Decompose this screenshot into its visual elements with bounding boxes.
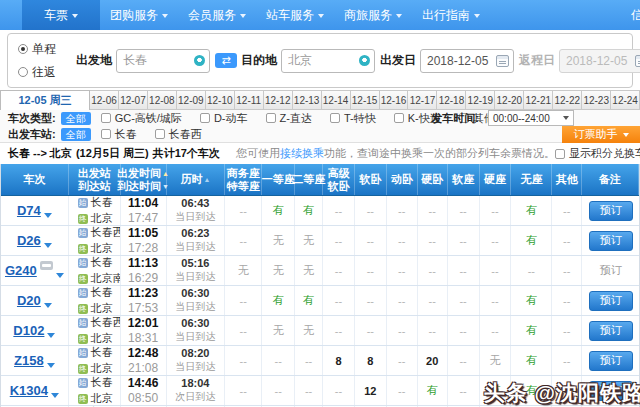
checkbox-icon[interactable]: [266, 113, 276, 123]
train-type-option[interactable]: GC-高铁/城际: [101, 111, 182, 126]
date-tab[interactable]: 12-10: [206, 90, 235, 110]
location-pin-icon[interactable]: [194, 55, 205, 66]
date-tab[interactable]: 12-13: [293, 90, 322, 110]
expand-caret-icon[interactable]: [44, 303, 52, 308]
checkbox-icon[interactable]: [555, 149, 565, 159]
book-button[interactable]: 预订: [589, 351, 633, 371]
book-button[interactable]: 预订: [589, 231, 633, 251]
train-link[interactable]: D74: [17, 203, 41, 218]
nav-item-车票[interactable]: 车票: [22, 0, 100, 30]
checkbox-icon[interactable]: [330, 113, 340, 123]
nav-item-clipped[interactable]: 信: [631, 0, 640, 30]
checkbox-icon[interactable]: [101, 129, 111, 139]
col-header-line: 出发时间▲: [117, 167, 169, 180]
train-link[interactable]: D102: [13, 323, 44, 338]
arrive-station: 终北京: [78, 331, 113, 345]
station-name: 长春西: [91, 316, 121, 330]
date-tab[interactable]: 12-11: [235, 90, 264, 110]
sort-asc-icon[interactable]: ▲: [203, 173, 210, 186]
expand-caret-icon[interactable]: [44, 213, 52, 218]
train-link[interactable]: K1304: [10, 383, 48, 398]
to-input[interactable]: 北京: [281, 49, 375, 73]
book-button[interactable]: 预订: [589, 201, 633, 221]
train-type-all-badge[interactable]: 全部: [61, 112, 91, 125]
train-type-option[interactable]: D-动车: [200, 111, 248, 126]
arrive-station: 终北京: [78, 301, 113, 315]
checkbox-icon[interactable]: [200, 113, 210, 123]
depart-station-all-badge[interactable]: 全部: [61, 128, 91, 141]
seat-cell: 有: [511, 286, 552, 315]
expand-caret-icon[interactable]: [44, 243, 52, 248]
train-type-option[interactable]: T-特快: [330, 111, 376, 126]
nav-item-商旅服务[interactable]: 商旅服务: [334, 0, 412, 30]
nav-item-出行指南[interactable]: 出行指南: [412, 0, 490, 30]
depart-station-option[interactable]: 长春西: [155, 127, 202, 142]
date-tab[interactable]: 12-23: [582, 90, 611, 110]
checkbox-icon[interactable]: [155, 129, 165, 139]
date-tab[interactable]: 12-20: [495, 90, 524, 110]
chevron-down-icon: [396, 14, 402, 18]
date-tab[interactable]: 12-07: [119, 90, 148, 110]
radio-selected-icon[interactable]: [18, 44, 28, 54]
expand-caret-icon[interactable]: [47, 363, 55, 368]
col-header-line: 历时▲: [180, 173, 210, 186]
date-tab[interactable]: 12-22: [553, 90, 582, 110]
train-cell: D20: [1, 286, 69, 315]
calendar-icon[interactable]: [496, 55, 509, 67]
date-tab[interactable]: 12-14: [322, 90, 351, 110]
transfer-link[interactable]: 接续换乘: [280, 147, 324, 159]
train-link[interactable]: G240: [5, 263, 37, 278]
date-tab[interactable]: 12-15: [351, 90, 380, 110]
radio-icon[interactable]: [18, 67, 28, 77]
checkbox-icon[interactable]: [394, 113, 404, 123]
from-input[interactable]: 长春: [116, 49, 210, 73]
nav-item-会员服务[interactable]: 会员服务: [178, 0, 256, 30]
train-link[interactable]: D26: [17, 233, 41, 248]
depart-time: 12:48: [128, 346, 159, 360]
location-pin-icon[interactable]: [359, 55, 370, 66]
depart-time-select[interactable]: 00:00--24:00: [488, 110, 574, 126]
date-tab[interactable]: 12-12: [264, 90, 293, 110]
expand-caret-icon[interactable]: [56, 273, 64, 278]
date-tab[interactable]: 12-17: [408, 90, 437, 110]
nav-item-团购服务[interactable]: 团购服务: [100, 0, 178, 30]
arrive-time: 08:50: [128, 391, 158, 405]
expand-caret-icon[interactable]: [51, 393, 59, 398]
station-name: 长春: [91, 346, 113, 360]
checkbox-icon[interactable]: [101, 113, 111, 123]
nav-item-站车服务[interactable]: 站车服务: [256, 0, 334, 30]
book-button[interactable]: 预订: [589, 291, 633, 311]
book-button[interactable]: 预订: [589, 321, 633, 341]
date-tab[interactable]: 12-09: [177, 90, 206, 110]
col-header-line: 商务座: [227, 167, 260, 180]
date-tabs: 12-05 周三 12-0612-0712-0812-0912-1012-111…: [0, 90, 640, 110]
depart-station-option[interactable]: 长春: [101, 127, 137, 142]
booking-helper-button[interactable]: 订票助手: [562, 126, 640, 143]
book-cell: 预订: [582, 196, 639, 225]
date-tab-active[interactable]: 12-05 周三: [0, 90, 90, 110]
show-points-trains-checkbox[interactable]: 显示积分兑换车次: [555, 146, 640, 161]
date-tab[interactable]: 12-06: [90, 90, 119, 110]
trip-type-roundtrip[interactable]: 往返: [18, 64, 56, 81]
col-header[interactable]: 出发时间▲到达时间▼: [121, 164, 167, 195]
date-tab[interactable]: 12-18: [437, 90, 466, 110]
date-tab[interactable]: 12-16: [380, 90, 409, 110]
swap-stations-icon[interactable]: ⇄: [215, 53, 237, 68]
depart-station-icon: 始: [78, 198, 88, 208]
train-link[interactable]: Z158: [14, 353, 44, 368]
expand-caret-icon[interactable]: [47, 333, 55, 338]
seat-cell: --: [295, 376, 323, 405]
date-tab[interactable]: 12-19: [466, 90, 495, 110]
date-tab[interactable]: 12-24: [611, 90, 640, 110]
stations-cell: 始长春西终北京: [69, 316, 121, 345]
toutiao-watermark: 头条 @沈阳铁路: [484, 379, 640, 407]
train-link[interactable]: D20: [17, 293, 41, 308]
train-type-option[interactable]: Z-直达: [266, 111, 312, 126]
col-header[interactable]: 历时▲: [167, 164, 226, 195]
trip-type-oneway[interactable]: 单程: [18, 41, 56, 58]
date-tab[interactable]: 12-08: [148, 90, 177, 110]
date-tab[interactable]: 12-21: [524, 90, 553, 110]
depart-date-input[interactable]: 2018-12-05: [420, 49, 514, 73]
arrival-day: 当日到达: [175, 360, 215, 374]
col-header-line: 到达时间▼: [117, 180, 169, 193]
